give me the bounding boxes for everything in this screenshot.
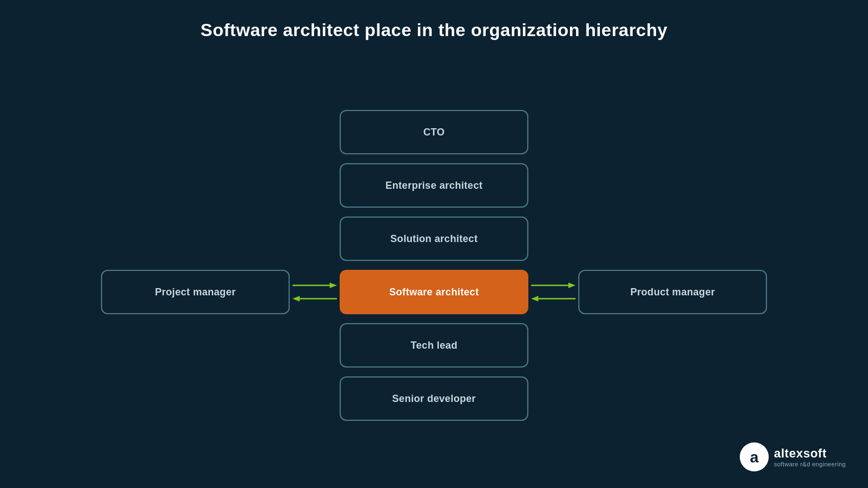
logo-icon: a [740,442,769,471]
enterprise-architect-box: Enterprise architect [340,163,528,208]
solution-architect-row: Solution architect [151,217,717,261]
logo-area: a altexsoft software r&d engineering [740,442,846,471]
svg-marker-1 [330,283,337,288]
left-arrows [290,275,340,309]
logo-name: altexsoft [774,446,846,461]
svg-marker-3 [292,296,300,301]
software-architect-row: Project manager [101,270,767,314]
cto-row: CTO [151,110,717,154]
senior-developer-row: Senior developer [151,376,717,421]
cto-box: CTO [340,110,528,154]
svg-marker-5 [568,283,576,288]
solution-architect-box: Solution architect [340,217,528,261]
page-background: Software architect place in the organiza… [0,0,868,488]
right-arrows [528,275,578,309]
enterprise-architect-row: Enterprise architect [151,163,717,208]
project-manager-box: Project manager [101,270,290,314]
tech-lead-box: Tech lead [340,323,528,368]
svg-marker-7 [531,296,538,301]
left-arrow-svg [290,275,340,309]
svg-text:a: a [750,449,759,466]
logo-text: altexsoft software r&d engineering [774,446,846,467]
logo-subtitle: software r&d engineering [774,461,846,467]
right-arrow-svg [528,275,578,309]
product-manager-box: Product manager [578,270,767,314]
tech-lead-row: Tech lead [151,323,717,368]
altexsoft-logo-svg: a [740,442,769,471]
software-architect-box: Software architect [340,270,528,314]
page-title: Software architect place in the organiza… [0,0,868,41]
senior-developer-box: Senior developer [340,376,528,421]
